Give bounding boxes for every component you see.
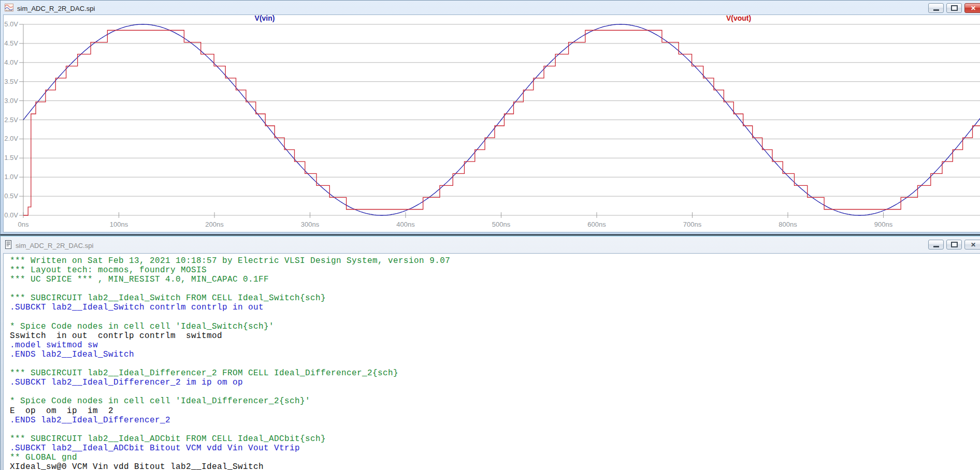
spice-code-line: E op om ip im 2: [10, 406, 980, 416]
spice-code-line: .model switmod sw: [10, 341, 980, 350]
svg-text:4.5V: 4.5V: [4, 39, 18, 47]
spice-code-line: [10, 425, 980, 434]
svg-text:2.0V: 2.0V: [4, 135, 18, 142]
spice-code-line: .SUBCKT lab2__Ideal_ADCbit Bitout VCM vd…: [10, 444, 980, 453]
minimize-icon: [933, 9, 939, 11]
svg-text:V(vin): V(vin): [255, 15, 275, 22]
restore-icon: [951, 5, 958, 11]
spice-code-line: .SUBCKT lab2__Ideal_Switch contrlm contr…: [10, 303, 980, 312]
waveform-plot-area[interactable]: 0.0V0.5V1.0V1.5V2.0V2.5V3.0V3.5V4.0V4.5V…: [3, 14, 980, 232]
restore-button[interactable]: [946, 3, 962, 13]
svg-text:700ns: 700ns: [683, 221, 702, 228]
waveform-titlebar[interactable]: sim_ADC_R_2R_DAC.spi ✕: [3, 2, 980, 14]
spice-code-line: *** SUBCIRCUIT lab2__Ideal_Switch FROM C…: [10, 293, 980, 303]
spice-code-line: *** Written on Sat Feb 13, 2021 10:18:57…: [10, 256, 980, 266]
svg-text:200ns: 200ns: [205, 221, 224, 228]
spice-code-line: XIdeal_sw@0 VCM Vin vdd Bitout lab2__Ide…: [10, 462, 980, 470]
spice-code-line: Sswitch in out contrlp contrlm switmod: [10, 331, 980, 341]
svg-text:4.0V: 4.0V: [4, 58, 18, 66]
close-icon: ✕: [971, 5, 976, 12]
svg-text:3.0V: 3.0V: [4, 97, 18, 105]
waveform-app-icon: [5, 4, 13, 13]
spice-code-line: *** SUBCIRCUIT lab2__Ideal_ADCbit FROM C…: [10, 434, 980, 444]
spice-code-line: .SUBCKT lab2__Ideal_Differencer_2 im ip …: [10, 378, 980, 387]
spice-code-line: ** GLOBAL gnd: [10, 453, 980, 462]
spice-code-line: .ENDS lab2__Ideal_Switch: [10, 350, 980, 359]
svg-text:400ns: 400ns: [396, 221, 415, 228]
netlist-window-title: sim_ADC_R_2R_DAC.spi: [16, 242, 93, 249]
spice-code-line: [10, 313, 980, 322]
spice-code-line: * Spice Code nodes in cell cell 'Ideal_S…: [10, 322, 980, 331]
minimize-icon: [933, 246, 939, 247]
spice-code-line: .ENDS lab2__Ideal_Differencer_2: [10, 416, 980, 425]
svg-text:300ns: 300ns: [301, 221, 320, 228]
restore-button[interactable]: [946, 240, 962, 249]
svg-text:0ns: 0ns: [18, 221, 29, 228]
svg-text:900ns: 900ns: [874, 221, 893, 228]
waveform-window: sim_ADC_R_2R_DAC.spi ✕ 0.0V0.5V1.0V1.5V2…: [0, 0, 980, 234]
svg-text:0.0V: 0.0V: [4, 211, 18, 219]
close-button[interactable]: ✕: [964, 240, 980, 249]
svg-text:1.5V: 1.5V: [4, 154, 18, 161]
spice-code-line: * Spice Code nodes in cell cell 'Ideal_D…: [10, 396, 980, 406]
restore-icon: [951, 242, 958, 247]
spice-code-line: *** SUBCIRCUIT lab2__Ideal_Differencer_2…: [10, 369, 980, 378]
waveform-window-title: sim_ADC_R_2R_DAC.spi: [17, 5, 95, 12]
svg-text:100ns: 100ns: [110, 221, 128, 228]
spice-code-line: [10, 284, 980, 293]
waveform-chart: 0.0V0.5V1.0V1.5V2.0V2.5V3.0V3.5V4.0V4.5V…: [4, 15, 980, 232]
svg-text:600ns: 600ns: [587, 221, 606, 228]
close-button[interactable]: ✕: [964, 3, 980, 13]
svg-text:0.5V: 0.5V: [4, 192, 18, 200]
spice-code-line: [10, 359, 980, 369]
netlist-window: sim_ADC_R_2R_DAC.spi ✕ *** Written on Sa…: [0, 234, 980, 470]
spice-netlist-text[interactable]: *** Written on Sat Feb 13, 2021 10:18:57…: [3, 253, 980, 470]
svg-text:1.0V: 1.0V: [4, 173, 18, 181]
svg-text:5.0V: 5.0V: [4, 20, 18, 28]
svg-text:2.5V: 2.5V: [4, 116, 18, 124]
spice-code-line: *** Layout tech: mocmos, foundry MOSIS: [10, 266, 980, 275]
document-icon: [5, 240, 12, 251]
spice-code-line: *** UC SPICE *** , MIN_RESIST 4.0, MIN_C…: [10, 275, 980, 284]
close-icon: ✕: [971, 241, 976, 248]
svg-text:V(vout): V(vout): [726, 15, 751, 22]
svg-text:3.5V: 3.5V: [4, 78, 18, 85]
svg-text:800ns: 800ns: [779, 221, 797, 228]
svg-text:500ns: 500ns: [492, 221, 511, 228]
minimize-button[interactable]: [928, 3, 944, 13]
spice-code-line: [10, 387, 980, 396]
netlist-titlebar[interactable]: sim_ADC_R_2R_DAC.spi ✕: [3, 238, 980, 253]
minimize-button[interactable]: [928, 240, 944, 249]
